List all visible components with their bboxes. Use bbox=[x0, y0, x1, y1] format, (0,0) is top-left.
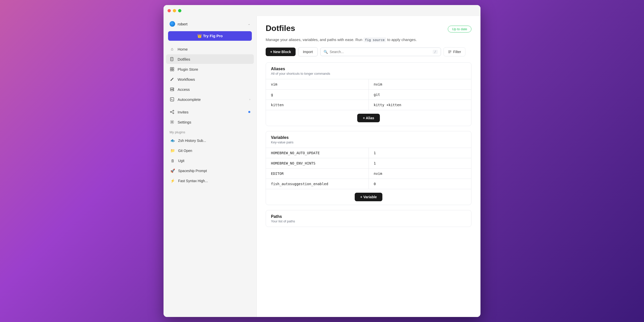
plugin-item-zsh-history[interactable]: 🐟 Zsh History Sub... bbox=[164, 136, 256, 146]
plugin-icon-git: 📁 bbox=[170, 148, 176, 154]
add-variable-button[interactable]: + Variable bbox=[355, 193, 382, 201]
paths-section: Paths Your list of paths bbox=[266, 210, 471, 227]
user-profile[interactable]: robert ⌄ bbox=[164, 19, 256, 29]
plugin-label: Git Open bbox=[178, 149, 192, 153]
sidebar-item-label: Invites bbox=[178, 110, 245, 114]
grid-icon bbox=[170, 67, 175, 72]
svg-rect-4 bbox=[170, 67, 172, 69]
paths-section-header: Paths Your list of paths bbox=[266, 210, 471, 227]
sidebar-item-autocomplete[interactable]: Autocomplete › bbox=[166, 95, 254, 104]
aliases-table: vim nvim g git kitten kitty +kitten bbox=[266, 79, 471, 110]
new-block-button[interactable]: + New Block bbox=[266, 48, 296, 56]
sidebar-item-plugin-store[interactable]: Plugin Store bbox=[166, 64, 254, 74]
table-row: HOMEBREW_NO_AUTO_UPDATE 1 bbox=[266, 148, 471, 158]
plugin-label: Spaceship Prompt bbox=[178, 169, 207, 173]
avatar bbox=[170, 21, 175, 27]
paths-title: Paths bbox=[271, 214, 466, 219]
aliases-footer: + Alias bbox=[266, 110, 471, 126]
sidebar-item-home[interactable]: ⌂ Home bbox=[166, 44, 254, 54]
aliases-subtitle: All of your shortcuts to longer commands bbox=[271, 72, 466, 75]
table-row: HOMEBREW_NO_ENV_HINTS 1 bbox=[266, 158, 471, 169]
plugin-label: Ugit bbox=[178, 159, 184, 163]
sidebar-item-dotfiles[interactable]: Dotfiles bbox=[166, 54, 254, 64]
terminal-icon bbox=[170, 97, 175, 102]
table-row: g git bbox=[266, 90, 471, 100]
variable-key: fish_autosuggestion_enabled bbox=[266, 179, 369, 189]
plugin-item-ugit[interactable]: 🗓 Ugit bbox=[164, 156, 256, 166]
close-button[interactable] bbox=[168, 9, 171, 12]
filter-button[interactable]: Filter bbox=[444, 47, 465, 56]
page-subtitle: Manage your aliases, variables, and path… bbox=[266, 37, 471, 42]
variables-section-header: Variables Key-value pairs bbox=[266, 131, 471, 148]
svg-rect-6 bbox=[170, 69, 172, 71]
plugin-label: Fast Syntax High... bbox=[178, 179, 208, 183]
plugins-list: 🐟 Zsh History Sub... 📁 Git Open 🗓 Ugit 🚀… bbox=[164, 136, 256, 186]
chevron-right-icon: › bbox=[249, 98, 250, 101]
variables-subtitle: Key-value pairs bbox=[271, 140, 466, 144]
search-input[interactable] bbox=[330, 50, 431, 54]
svg-point-14 bbox=[173, 110, 174, 111]
notification-dot bbox=[248, 111, 250, 113]
alias-value: git bbox=[369, 90, 471, 100]
svg-point-10 bbox=[173, 88, 174, 89]
alias-value: nvim bbox=[369, 79, 471, 90]
maximize-button[interactable] bbox=[178, 9, 181, 12]
filter-icon bbox=[448, 50, 452, 54]
sidebar-nav-bottom: Invites Settings bbox=[164, 107, 256, 127]
svg-line-18 bbox=[171, 112, 173, 113]
add-alias-button[interactable]: + Alias bbox=[357, 114, 380, 122]
file-icon bbox=[170, 57, 175, 62]
sidebar-item-access[interactable]: Access bbox=[166, 85, 254, 94]
plugin-icon-ugit: 🗓 bbox=[170, 158, 176, 164]
aliases-section: Aliases All of your shortcuts to longer … bbox=[266, 62, 471, 126]
paths-subtitle: Your list of paths bbox=[271, 219, 466, 223]
sidebar-item-workflows[interactable]: Workflows bbox=[166, 74, 254, 84]
variable-value: 1 bbox=[369, 158, 471, 169]
aliases-title: Aliases bbox=[271, 67, 466, 71]
table-row: vim nvim bbox=[266, 79, 471, 90]
user-name: robert bbox=[178, 22, 245, 26]
gear-icon bbox=[170, 119, 175, 125]
search-icon: 🔍 bbox=[324, 50, 328, 54]
plugin-item-git-open[interactable]: 📁 Git Open bbox=[164, 146, 256, 156]
server-icon bbox=[170, 87, 175, 92]
variable-key: HOMEBREW_NO_ENV_HINTS bbox=[266, 158, 369, 169]
sidebar-item-invites[interactable]: Invites bbox=[166, 107, 254, 117]
toolbar: + New Block Import 🔍 / Filter bbox=[266, 47, 471, 56]
table-row: EDITOR nvim bbox=[266, 169, 471, 179]
page-header: Dotfiles Up to date bbox=[266, 24, 471, 33]
svg-line-17 bbox=[171, 111, 173, 112]
status-badge: Up to date bbox=[448, 26, 471, 32]
plugin-icon-zsh: 🐟 bbox=[170, 138, 176, 144]
minimize-button[interactable] bbox=[173, 9, 176, 12]
alias-key: kitten bbox=[266, 100, 369, 110]
svg-point-19 bbox=[172, 122, 173, 123]
import-button[interactable]: Import bbox=[298, 47, 318, 56]
sidebar: robert ⌄ 👑 Try Fig Pro ⌂ Home bbox=[164, 16, 257, 317]
svg-rect-7 bbox=[172, 69, 174, 71]
plugin-item-fast-syntax[interactable]: ⚡ Fast Syntax High... bbox=[164, 176, 256, 186]
sidebar-item-label: Settings bbox=[178, 120, 250, 124]
search-box: 🔍 / bbox=[320, 48, 441, 56]
alias-key: g bbox=[266, 90, 369, 100]
filter-label: Filter bbox=[453, 50, 461, 54]
search-shortcut: / bbox=[433, 50, 437, 54]
plugin-icon-fast-syntax: ⚡ bbox=[170, 178, 176, 184]
sidebar-item-label: Workflows bbox=[178, 77, 250, 82]
chevron-down-icon: ⌄ bbox=[248, 22, 250, 26]
variable-value: nvim bbox=[369, 169, 471, 179]
sidebar-item-settings[interactable]: Settings bbox=[166, 117, 254, 127]
variable-key: EDITOR bbox=[266, 169, 369, 179]
sidebar-item-label: Dotfiles bbox=[178, 57, 250, 61]
try-fig-pro-button[interactable]: 👑 Try Fig Pro bbox=[168, 31, 252, 41]
share-icon bbox=[170, 109, 175, 114]
svg-rect-5 bbox=[172, 67, 174, 69]
sidebar-item-label: Access bbox=[178, 87, 250, 92]
app-window: robert ⌄ 👑 Try Fig Pro ⌂ Home bbox=[164, 5, 480, 317]
page-title: Dotfiles bbox=[266, 24, 295, 33]
table-row: kitten kitty +kitten bbox=[266, 100, 471, 110]
svg-point-11 bbox=[173, 90, 174, 91]
plugin-item-spaceship[interactable]: 🚀 Spaceship Prompt bbox=[164, 166, 256, 176]
sidebar-item-label: Plugin Store bbox=[178, 67, 250, 71]
table-row: fish_autosuggestion_enabled 0 bbox=[266, 179, 471, 189]
